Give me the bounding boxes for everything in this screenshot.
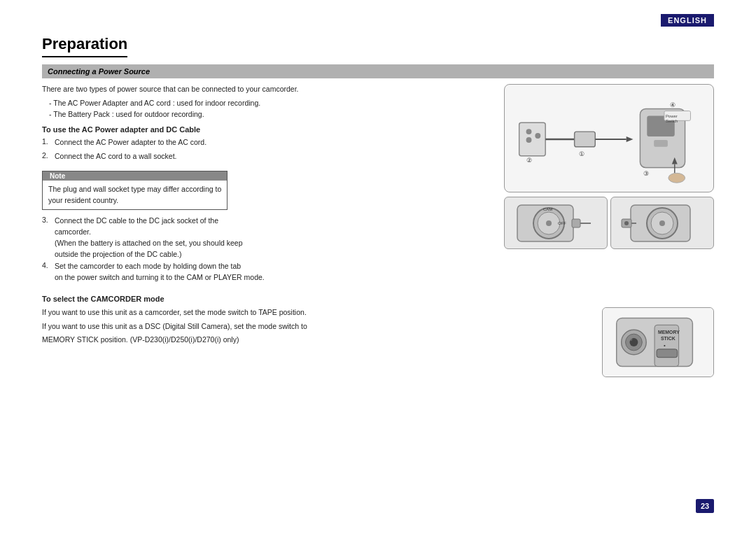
svg-text:STICK: STICK [661,336,676,341]
step-1-text: Connect the AC Power adapter to the AC c… [55,137,206,148]
camcorder-content: If you want to use this unit as a camcor… [42,307,714,377]
svg-rect-46 [657,349,678,358]
step-4: 4. Set the camcorder to each mode by hol… [42,261,490,283]
step-3: 3. Connect the DC cable to the DC jack s… [42,216,490,260]
svg-text:①: ① [579,150,584,157]
camcorder-text: If you want to use this unit as a camcor… [42,307,588,377]
step-3-num: 3. [42,216,55,260]
left-column: There are two types of power source that… [42,84,490,286]
section-header: Connecting a Power Source [42,64,714,78]
svg-point-37 [624,221,629,225]
svg-text:Power: Power [666,114,678,118]
svg-rect-1 [519,122,546,155]
note-label: Note [43,171,227,181]
svg-text:Switch: Switch [666,119,678,123]
svg-rect-13 [654,140,668,147]
bullet-item-1: The AC Power Adapter and AC cord : used … [49,98,490,109]
step-1: 1. Connect the AC Power adapter to the A… [42,137,490,148]
bullet-list: The AC Power Adapter and AC cord : used … [42,98,490,120]
note-text-2: your resident country. [48,196,118,204]
step-3-text: Connect the DC cable to the DC jack sock… [55,216,243,260]
svg-point-3 [526,137,532,143]
right-column: ② ① ③ [504,84,714,286]
bottom-image-right [610,197,714,249]
ac-sub-heading: To use the AC Power adapter and DC Cable [42,125,490,134]
camcorder-sub-heading: To select the CAMCORDER mode [42,295,714,303]
step-2-num: 2. [42,151,55,162]
page: ENGLISH Preparation Connecting a Power S… [0,0,756,534]
svg-point-4 [535,133,540,139]
language-badge: ENGLISH [661,14,714,27]
bottom-image-left: CAM OFF [504,197,608,249]
step-4-num: 4. [42,261,55,283]
svg-point-35 [659,220,665,226]
svg-text:③: ③ [643,170,649,177]
cam-text-3: MEMORY STICK position. (VP-D230(i)/D250(… [42,335,588,346]
note-content: The plug and wall socket type may differ… [43,181,227,210]
note-text-1: The plug and wall socket type may differ… [48,185,221,193]
cam-text-1: If you want to use this unit as a camcor… [42,307,588,318]
bullet-item-2: The Battery Pack : used for outdoor reco… [49,109,490,120]
svg-point-50 [630,338,633,341]
svg-rect-7 [575,132,596,147]
step-4-text: Set the camcorder to each mode by holdin… [55,261,265,283]
svg-point-21 [668,173,685,183]
bottom-images-row: CAM OFF [504,197,714,249]
camcorder-mode-image: MEMORY STICK • TAPE [602,307,714,377]
svg-point-2 [526,129,532,134]
svg-text:④: ④ [670,101,676,108]
page-title: Preparation [42,35,127,57]
content-area: There are two types of power source that… [42,84,714,286]
svg-text:OFF: OFF [558,221,566,225]
cam-text-2: If you want to use this unit as a DSC (D… [42,321,588,332]
svg-text:MEMORY: MEMORY [658,330,680,335]
svg-text:•: • [664,342,666,349]
step-2: 2. Connect the AC cord to a wall socket. [42,151,490,162]
svg-point-26 [546,220,552,226]
svg-text:②: ② [526,157,532,164]
svg-text:CAM: CAM [543,207,552,211]
camcorder-section: To select the CAMCORDER mode If you want… [42,295,714,377]
step-2-text: Connect the AC cord to a wall socket. [55,151,177,162]
note-box: Note The plug and wall socket type may d… [42,171,227,211]
step-1-num: 1. [42,137,55,148]
svg-rect-29 [572,219,580,227]
page-number: 23 [696,499,714,513]
intro-line1: There are two types of power source that… [42,84,490,95]
ac-connection-diagram: ② ① ③ [504,84,714,192]
